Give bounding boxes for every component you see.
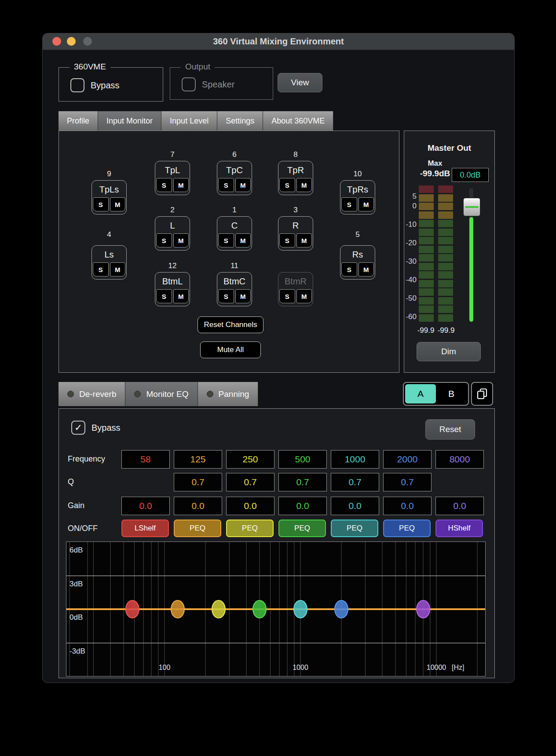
solo-button[interactable]: S <box>218 289 234 303</box>
mute-button[interactable]: M <box>235 178 251 192</box>
tab-monitor-eq[interactable]: Monitor EQ <box>125 382 198 406</box>
meter-segment <box>419 314 434 322</box>
tab-input-monitor[interactable]: Input Monitor <box>98 111 161 131</box>
tab-about-360vme[interactable]: About 360VME <box>263 111 333 131</box>
solo-button[interactable]: S <box>156 289 172 303</box>
minimize-icon[interactable] <box>67 37 76 46</box>
channel-label: BtmL <box>155 273 190 289</box>
solo-button[interactable]: S <box>279 233 295 247</box>
reset-channels-button[interactable]: Reset Channels <box>198 316 263 333</box>
solo-button[interactable]: S <box>279 178 295 192</box>
mute-button[interactable]: M <box>173 289 189 303</box>
mute-button[interactable]: M <box>296 178 312 192</box>
gain-input[interactable]: 0.0 <box>226 497 274 515</box>
mute-button[interactable]: M <box>110 262 126 276</box>
band-onoff-button[interactable]: PEQ <box>226 520 274 537</box>
eq-band-handle[interactable] <box>294 600 307 618</box>
meter-segment <box>419 246 434 253</box>
graph-label: 1000 <box>293 664 308 671</box>
band-onoff-button[interactable]: PEQ <box>174 520 221 537</box>
tab-de-reverb[interactable]: De-reverb <box>59 382 125 406</box>
frequency-input[interactable]: 58 <box>121 450 170 469</box>
tab-panning[interactable]: Panning <box>198 382 259 406</box>
eq-band-handle[interactable] <box>253 600 266 618</box>
dim-button[interactable]: Dim <box>417 342 481 361</box>
speaker-checkbox[interactable] <box>182 77 196 91</box>
tab-profile[interactable]: Profile <box>59 111 98 131</box>
solo-button[interactable]: S <box>156 178 172 192</box>
channel-tpl: TpL SM <box>155 161 190 195</box>
copy-settings-button[interactable] <box>471 382 493 406</box>
mute-all-button[interactable]: Mute All <box>200 342 261 358</box>
solo-button[interactable]: S <box>341 197 357 211</box>
meter-segment <box>419 229 434 236</box>
solo-button[interactable]: S <box>218 178 234 192</box>
mute-button[interactable]: M <box>296 289 312 303</box>
band-onoff-button[interactable]: PEQ <box>278 520 326 537</box>
bypass-checkbox[interactable] <box>70 78 84 92</box>
q-row-label: Q <box>68 477 74 487</box>
eq-reset-button[interactable]: Reset <box>425 419 475 440</box>
close-icon[interactable] <box>52 37 61 46</box>
band-onoff-button[interactable]: PEQ <box>331 520 378 537</box>
q-input[interactable]: 0.7 <box>331 473 379 491</box>
band-onoff-button[interactable]: HShelf <box>435 520 483 537</box>
eq-band-handle[interactable] <box>126 600 139 618</box>
mute-button[interactable]: M <box>296 233 312 247</box>
frequency-input[interactable]: 500 <box>278 450 327 469</box>
mute-button[interactable]: M <box>173 178 189 192</box>
eq-band-handle[interactable] <box>417 600 430 618</box>
eq-band-handle[interactable] <box>171 600 184 618</box>
band-onoff-button[interactable]: PEQ <box>383 520 431 537</box>
ab-button-b[interactable]: B <box>436 384 467 403</box>
solo-button[interactable]: S <box>93 262 109 276</box>
title-bar[interactable]: 360 Virtual Mixing Environment <box>43 33 514 50</box>
mute-button[interactable]: M <box>235 233 251 247</box>
eq-band-handle[interactable] <box>212 600 225 618</box>
frequency-input[interactable]: 1000 <box>331 450 379 469</box>
channel-label: TpR <box>278 161 313 178</box>
eq-band-handle[interactable] <box>335 600 348 618</box>
tab-input-level[interactable]: Input Level <box>161 111 217 131</box>
frequency-input[interactable]: 2000 <box>383 450 432 469</box>
q-input[interactable]: 0.7 <box>226 473 274 491</box>
solo-button[interactable]: S <box>279 289 295 303</box>
q-input[interactable]: 0.7 <box>174 473 222 491</box>
ab-button-a[interactable]: A <box>405 384 436 403</box>
output-level-value[interactable]: 0.0dB <box>452 168 489 182</box>
solo-button[interactable]: S <box>93 197 109 211</box>
meter-segment <box>419 288 434 296</box>
frequency-input[interactable]: 8000 <box>435 450 484 469</box>
solo-button[interactable]: S <box>341 262 357 276</box>
q-input[interactable]: 0.7 <box>278 473 327 491</box>
mute-button[interactable]: M <box>358 262 374 276</box>
mute-button[interactable]: M <box>358 197 374 211</box>
solo-button[interactable]: S <box>156 233 172 247</box>
fader-handle[interactable] <box>463 198 480 216</box>
tab-settings[interactable]: Settings <box>217 111 263 131</box>
gain-input[interactable]: 0.0 <box>121 497 170 515</box>
view-button[interactable]: View <box>278 73 322 92</box>
gain-input[interactable]: 0.0 <box>383 497 432 515</box>
channel-label: TpC <box>217 161 252 178</box>
speaker-label: Speaker <box>202 80 235 90</box>
solo-button[interactable]: S <box>218 233 234 247</box>
gain-input[interactable]: 0.0 <box>278 497 327 515</box>
eq-graph[interactable]: 6dB3dB0dB-3dB100100010000[Hz] <box>66 542 486 676</box>
mute-button[interactable]: M <box>173 233 189 247</box>
mute-button[interactable]: M <box>110 197 126 211</box>
frequency-input[interactable]: 250 <box>226 450 274 469</box>
band-onoff-button[interactable]: LShelf <box>121 520 169 537</box>
gain-input[interactable]: 0.0 <box>174 497 222 515</box>
channel-tpc: TpC SM <box>217 161 252 195</box>
q-input[interactable]: 0.7 <box>383 473 432 491</box>
channel-c: C SM <box>217 216 252 251</box>
frequency-input[interactable]: 125 <box>174 450 222 469</box>
eq-bypass-checkbox[interactable]: ✓ <box>71 421 85 435</box>
meter-segment <box>419 254 434 262</box>
meter-segment <box>438 297 453 305</box>
gain-input[interactable]: 0.0 <box>331 497 379 515</box>
mute-button[interactable]: M <box>235 289 251 303</box>
graph-label: 0dB <box>70 613 83 622</box>
gain-input[interactable]: 0.0 <box>435 497 484 515</box>
